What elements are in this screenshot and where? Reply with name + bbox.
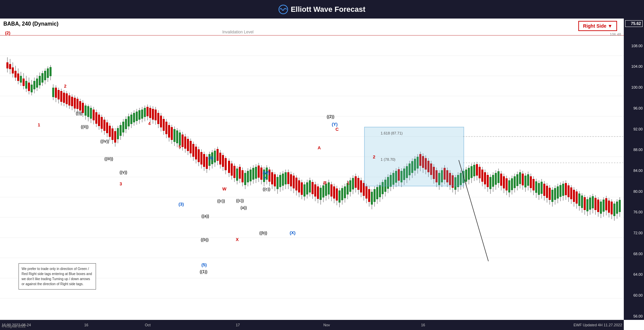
svg-rect-409 xyxy=(535,181,537,193)
svg-rect-421 xyxy=(551,190,553,202)
svg-rect-183 xyxy=(231,163,233,176)
svg-rect-259 xyxy=(333,186,335,199)
aa-label-1: ((a)) xyxy=(201,214,209,218)
svg-rect-241 xyxy=(309,180,311,192)
svg-rect-55 xyxy=(58,90,60,99)
svg-rect-51 xyxy=(52,88,54,97)
svg-rect-245 xyxy=(314,184,316,197)
svg-rect-287 xyxy=(371,192,373,205)
svg-rect-441 xyxy=(578,193,580,206)
svg-rect-453 xyxy=(594,198,597,210)
grid-lines xyxy=(0,35,624,298)
svg-rect-223 xyxy=(285,172,287,184)
time-17-label: 17 xyxy=(236,323,240,327)
svg-rect-171 xyxy=(214,151,216,162)
svg-rect-93 xyxy=(109,126,111,137)
wave-1-right-label: 1 xyxy=(347,180,349,185)
fib-1-label: 1 (78.70) xyxy=(381,157,395,161)
price-84: 84.00 xyxy=(625,169,643,173)
svg-rect-463 xyxy=(608,201,610,213)
svg-rect-233 xyxy=(298,180,300,192)
svg-rect-47 xyxy=(47,68,49,78)
svg-rect-23 xyxy=(14,71,17,78)
svg-rect-69 xyxy=(76,99,78,109)
aa-label-2: (a)) xyxy=(240,205,247,210)
svg-rect-25 xyxy=(17,73,19,81)
candlesticks xyxy=(6,57,621,221)
svg-rect-187 xyxy=(236,169,238,181)
svg-rect-267 xyxy=(344,186,346,198)
svg-rect-155 xyxy=(192,144,194,157)
svg-rect-373 xyxy=(487,175,489,187)
svg-rect-369 xyxy=(481,170,483,182)
svg-rect-413 xyxy=(541,182,543,194)
svg-rect-119 xyxy=(144,108,146,117)
svg-rect-247 xyxy=(317,186,319,199)
svg-rect-415 xyxy=(543,184,545,196)
svg-rect-291 xyxy=(376,187,378,199)
svg-rect-127 xyxy=(155,110,157,120)
svg-rect-283 xyxy=(365,186,367,199)
svg-rect-27 xyxy=(20,76,22,83)
right-side-button[interactable]: Right Side ▼ xyxy=(578,21,617,31)
svg-rect-71 xyxy=(79,101,81,111)
svg-rect-21 xyxy=(12,67,14,73)
svg-rect-137 xyxy=(168,125,170,138)
svg-rect-381 xyxy=(497,171,500,183)
svg-rect-165 xyxy=(206,157,208,169)
wave-5-blue-label: (5) xyxy=(201,262,207,267)
wave-logo-icon xyxy=(279,5,288,14)
svg-rect-239 xyxy=(306,182,308,194)
svg-rect-105 xyxy=(125,119,127,129)
svg-rect-59 xyxy=(63,93,65,103)
svg-rect-263 xyxy=(339,190,341,203)
svg-rect-411 xyxy=(538,183,540,195)
svg-rect-407 xyxy=(533,179,535,190)
svg-rect-285 xyxy=(368,189,370,202)
svg-rect-469 xyxy=(616,202,618,214)
x-label: X xyxy=(236,237,239,242)
svg-rect-253 xyxy=(325,184,327,196)
svg-rect-133 xyxy=(163,119,165,131)
svg-rect-77 xyxy=(87,106,89,117)
svg-rect-461 xyxy=(605,198,607,210)
svg-rect-395 xyxy=(516,174,518,186)
svg-rect-427 xyxy=(559,185,561,197)
info-box-text: We prefer to trade only in direction of … xyxy=(22,267,92,286)
price-64: 64.00 xyxy=(625,272,643,276)
svg-rect-431 xyxy=(565,183,567,195)
svg-rect-177 xyxy=(222,155,224,167)
svg-rect-375 xyxy=(489,177,491,189)
svg-rect-389 xyxy=(508,180,510,192)
svg-rect-173 xyxy=(217,149,219,161)
svg-rect-37 xyxy=(33,81,35,89)
svg-rect-279 xyxy=(360,180,362,192)
svg-rect-377 xyxy=(492,175,494,187)
svg-rect-379 xyxy=(495,173,497,185)
wave-label-top-2: (2) xyxy=(5,30,10,35)
price-104: 104.00 xyxy=(625,64,643,68)
svg-rect-157 xyxy=(195,147,197,159)
svg-rect-361 xyxy=(471,166,473,178)
wave-4-label: 4 xyxy=(148,121,151,126)
wave-ii-label: ((ii)) xyxy=(81,124,89,129)
svg-rect-89 xyxy=(103,120,105,131)
b-label: B xyxy=(323,180,326,185)
price-80: 80.00 xyxy=(625,189,643,193)
svg-rect-33 xyxy=(28,83,30,91)
time-oct-label: Oct xyxy=(145,323,151,327)
svg-rect-359 xyxy=(468,168,470,180)
svg-rect-125 xyxy=(152,109,154,120)
svg-rect-459 xyxy=(603,200,605,212)
svg-rect-257 xyxy=(330,184,332,197)
svg-rect-159 xyxy=(198,149,200,162)
svg-rect-131 xyxy=(160,116,162,127)
price-56: 56.00 xyxy=(625,314,643,318)
svg-rect-391 xyxy=(511,178,513,190)
wave-5-red-label: 5 xyxy=(179,144,181,149)
chart-container: Elliott Wave Forecast BABA, 240 (Dynamic… xyxy=(0,0,644,330)
time-16-2-label: 16 xyxy=(421,323,425,327)
svg-rect-75 xyxy=(85,106,87,116)
time-nov-label: Nov xyxy=(323,323,330,327)
fib-1618-label: 1.618 (87.71) xyxy=(381,131,402,135)
